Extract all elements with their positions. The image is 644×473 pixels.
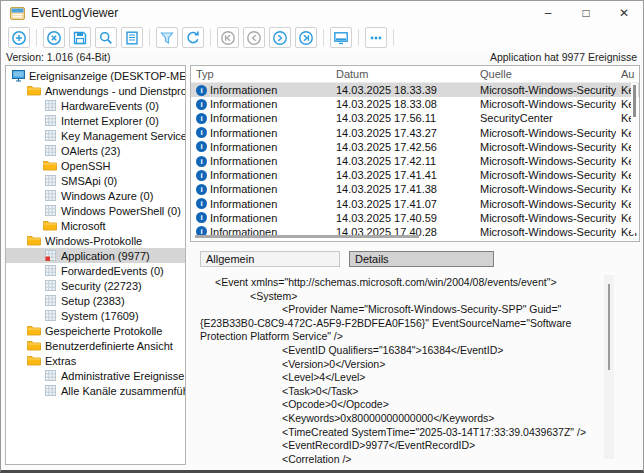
xml-line: <Level>4</Level> — [200, 371, 594, 385]
event-row[interactable]: iInformationen 14.03.2025 18.33.08 Micro… — [191, 97, 639, 111]
tree-item[interactable]: OAlerts (23) — [6, 143, 185, 158]
nav-first-button[interactable] — [217, 27, 239, 48]
scroll-thumb[interactable] — [195, 235, 419, 238]
event-row[interactable]: iInformationen 14.03.2025 17.42.11 Micro… — [191, 154, 639, 168]
tree-item-label: Setup (2383) — [61, 295, 125, 307]
tree-item[interactable]: Administrative Ereignisse — [6, 368, 185, 383]
tree-item[interactable]: Alle Kanäle zusammenführen — [6, 383, 185, 398]
tree-item[interactable]: Application (9977) — [6, 248, 185, 263]
refresh-button[interactable] — [182, 27, 204, 48]
computer-button[interactable] — [330, 27, 352, 48]
tree-item[interactable]: Key Management Service (0) — [6, 128, 185, 143]
more-button[interactable] — [365, 27, 387, 48]
window-title: EventLogViewer — [31, 6, 529, 20]
detail-tab[interactable]: Details — [349, 251, 494, 267]
event-row[interactable]: iInformationen 14.03.2025 18.33.39 Micro… — [191, 83, 639, 97]
tree-item[interactable]: Gespeicherte Protokolle — [6, 323, 185, 338]
tree-item-label: System (17609) — [61, 310, 139, 322]
nav-next-button[interactable] — [269, 27, 291, 48]
app-icon — [10, 7, 25, 20]
event-channel-icon — [43, 100, 57, 112]
xml-line: <Event xmlns="http://schemas.microsoft.c… — [200, 276, 594, 290]
maximize-button[interactable]: □ — [567, 1, 605, 25]
date-cell: 14.03.2025 17.56.11 — [331, 112, 475, 124]
event-row[interactable]: iInformationen 14.03.2025 17.40.59 Micro… — [191, 211, 639, 225]
tree-item[interactable]: SMSApi (0) — [6, 173, 185, 188]
information-icon: i — [196, 198, 207, 209]
scroll-thumb[interactable] — [633, 85, 636, 117]
details-vertical-scrollbar[interactable] — [604, 275, 614, 459]
event-count-label: Application hat 9977 Ereignisse — [490, 51, 637, 63]
toolbar-separator — [210, 29, 211, 46]
event-row[interactable]: iInformationen 14.03.2025 17.41.07 Micro… — [191, 197, 639, 211]
tree-item[interactable]: HardwareEvents (0) — [6, 98, 185, 113]
application-log-icon — [43, 250, 57, 262]
minimize-button[interactable]: – — [529, 1, 567, 25]
source-cell: Microsoft-Windows-Security-SPP — [475, 84, 616, 96]
xml-line: <Correlation /> — [200, 453, 594, 465]
nav-previous-button[interactable] — [243, 27, 265, 48]
type-cell: iInformationen — [191, 212, 331, 224]
event-list-button[interactable] — [121, 27, 143, 48]
tree-item[interactable]: ForwardedEvents (0) — [6, 263, 185, 278]
type-cell: iInformationen — [191, 98, 331, 110]
source-cell: Microsoft-Windows-Security-SPP — [475, 141, 616, 153]
date-cell: 14.03.2025 17.41.38 — [331, 183, 475, 195]
table-horizontal-scrollbar[interactable] — [195, 235, 625, 239]
tree-item-label: Windows PowerShell (0) — [61, 205, 181, 217]
add-circle-icon — [11, 30, 27, 46]
information-icon: i — [196, 127, 207, 138]
tree-item[interactable]: Extras — [6, 353, 185, 368]
column-header[interactable]: Typ — [191, 68, 331, 80]
event-row[interactable]: iInformationen 14.03.2025 17.41.41 Micro… — [191, 168, 639, 182]
toolbar-separator — [36, 29, 37, 46]
table-vertical-scrollbar[interactable] — [631, 83, 638, 233]
tree-item[interactable]: Windows PowerShell (0) — [6, 203, 185, 218]
scroll-thumb[interactable] — [608, 284, 610, 370]
save-button[interactable] — [69, 27, 91, 48]
nav-last-button[interactable] — [295, 27, 317, 48]
date-cell: 14.03.2025 18.33.08 — [331, 98, 475, 110]
details-panel: <Event xmlns="http://schemas.microsoft.c… — [190, 272, 640, 465]
window-controls: – □ ✕ — [529, 1, 643, 25]
source-cell: Microsoft-Windows-Security-SPP — [475, 155, 616, 167]
column-header[interactable]: Au — [616, 68, 639, 80]
tree-item[interactable]: Windows-Protokolle — [6, 233, 185, 248]
tree-item[interactable]: Internet Explorer (0) — [6, 113, 185, 128]
event-row[interactable]: iInformationen 14.03.2025 17.56.11 Secur… — [191, 111, 639, 125]
tree-item-label: ForwardedEvents (0) — [61, 265, 164, 277]
open-log-button[interactable] — [8, 27, 30, 48]
event-row[interactable]: iInformationen 14.03.2025 17.42.56 Micro… — [191, 140, 639, 154]
date-cell: 14.03.2025 17.42.11 — [331, 155, 475, 167]
detail-tabs: Allgemein Details — [200, 251, 640, 268]
tree-item[interactable]: Security (22723) — [6, 278, 185, 293]
column-header[interactable]: Quelle — [475, 68, 616, 80]
tree-item[interactable]: OpenSSH — [6, 158, 185, 173]
tree-item[interactable]: Anwendungs - und Dienstprotokolle — [6, 83, 185, 98]
column-header[interactable]: Datum — [331, 68, 475, 80]
type-cell: iInformationen — [191, 127, 331, 139]
list-icon — [124, 30, 140, 46]
search-icon — [98, 30, 114, 46]
tree-item[interactable]: Windows Azure (0) — [6, 188, 185, 203]
tree-item[interactable]: Ereignisanzeige (DESKTOP-MEI0FML) — [6, 68, 185, 83]
folder-icon — [27, 340, 41, 352]
event-row[interactable]: iInformationen 14.03.2025 17.41.38 Micro… — [191, 182, 639, 196]
event-log-viewer-window: EventLogViewer – □ ✕ Version: 1.016 (64-… — [0, 0, 644, 473]
event-channel-icon — [43, 205, 57, 217]
log-tree-panel: Ereignisanzeige (DESKTOP-MEI0FML) Anwend… — [5, 65, 186, 465]
detail-tab[interactable]: Allgemein — [200, 251, 340, 267]
tree-item[interactable]: System (17609) — [6, 308, 185, 323]
search-button[interactable] — [95, 27, 117, 48]
close-log-button[interactable] — [43, 27, 65, 48]
tree-item[interactable]: Setup (2383) — [6, 293, 185, 308]
tree-item-label: HardwareEvents (0) — [61, 100, 159, 112]
tree-item-label: Windows Azure (0) — [61, 190, 153, 202]
filter-button[interactable] — [156, 27, 178, 48]
tree-item-label: Anwendungs - und Dienstprotokolle — [45, 85, 185, 97]
event-row[interactable]: iInformationen 14.03.2025 17.43.27 Micro… — [191, 126, 639, 140]
tree-item[interactable]: Microsoft — [6, 218, 185, 233]
close-button[interactable]: ✕ — [605, 1, 643, 25]
tree-item[interactable]: Benutzerdefinierte Ansicht — [6, 338, 185, 353]
xml-content: <Event xmlns="http://schemas.microsoft.c… — [200, 276, 594, 465]
